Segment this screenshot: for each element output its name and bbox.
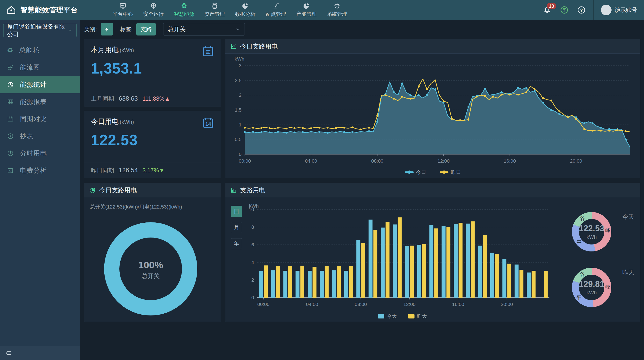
pie-clock-icon xyxy=(7,81,14,88)
tag-branch-button[interactable]: 支路 xyxy=(136,23,156,36)
sidebar: 厦门锐谷通信设备有限公司 ♻ 总能耗 能流图 能源统计 能源报表 同期对比 抄表 xyxy=(0,20,80,360)
day-usage-title: 今日用电 xyxy=(91,118,119,125)
line-card-header: 今日支路用电 xyxy=(225,39,640,54)
branch-share-donut-card: 今日支路用电 总开关(122.53)(kWh)/用电(122.53)(kWh) … xyxy=(84,183,221,322)
svg-text:04:00: 04:00 xyxy=(305,158,317,164)
period-year-button[interactable]: 年 xyxy=(231,238,242,249)
pie-icon xyxy=(242,2,249,9)
sidebar-item-total-energy[interactable]: ♻ 总能耗 xyxy=(0,42,80,59)
donut-subtitle: 总开关(122.53)(kWh)/用电(122.53)(kWh) xyxy=(84,197,221,210)
sidebar-item-energy-stats[interactable]: 能源统计 xyxy=(0,76,80,93)
nav-asset-management[interactable]: 资产管理 xyxy=(204,2,225,18)
pie-chart-icon xyxy=(90,187,96,193)
today-branch-line-chart[interactable]: kWh00.511.522.5300:0004:0008:0012:0016:0… xyxy=(225,54,640,177)
svg-text:2: 2 xyxy=(251,277,254,282)
svg-text:1: 1 xyxy=(239,122,242,127)
gear-icon xyxy=(334,2,340,9)
question-icon: ? xyxy=(577,6,586,14)
branch-bars-chart[interactable]: kWh024681000:0004:0008:0012:0016:0020:00… xyxy=(242,202,553,322)
period-month-button[interactable]: 月 xyxy=(231,222,242,233)
flow-icon xyxy=(7,64,14,71)
avatar xyxy=(601,5,612,15)
month-usage-unit: (kWh) xyxy=(120,47,134,53)
svg-text:16:00: 16:00 xyxy=(452,301,464,307)
bolt-icon xyxy=(104,26,110,32)
calendar-month-icon xyxy=(202,45,215,59)
month-usage-card: 本月用电 (kWh) 1,353.1 上月同期 638.63 111.88%▲ xyxy=(84,39,221,107)
nav-safe-operation[interactable]: 安全运行 xyxy=(143,2,164,18)
svg-text:kWh: kWh xyxy=(586,290,597,295)
nav-capacity-management[interactable]: 产能管理 xyxy=(296,2,317,18)
day-usage-footer: 昨日同期 126.54 3.17%▼ xyxy=(84,163,221,178)
sidebar-item-tou-power[interactable]: 分时用电 xyxy=(0,145,80,162)
calendar-icon xyxy=(7,116,14,123)
svg-text:谷: 谷 xyxy=(580,272,585,277)
filter-bar: 类别: 标签: 支路 总开关 xyxy=(84,23,640,36)
month-usage-title: 本月用电 xyxy=(91,46,119,54)
branch-bars-card: 支路用电 日 月 年 kWh024681000:0004:0008:0012:0… xyxy=(225,183,640,322)
svg-text:12:00: 12:00 xyxy=(438,158,450,164)
svg-text:20:00: 20:00 xyxy=(570,158,582,164)
svg-text:08:00: 08:00 xyxy=(371,158,384,164)
day-usage-percent: 3.17%▼ xyxy=(142,167,165,174)
svg-text:100%: 100% xyxy=(138,260,163,270)
recycle-icon: ♻ xyxy=(181,2,187,9)
sidebar-item-meter-reading[interactable]: 抄表 xyxy=(0,128,80,145)
category-electric-button[interactable] xyxy=(100,23,113,36)
svg-text:¥: ¥ xyxy=(9,169,11,172)
stat-column: 本月用电 (kWh) 1,353.1 上月同期 638.63 111.88%▲ xyxy=(84,39,221,178)
svg-text:122.53: 122.53 xyxy=(579,224,604,233)
svg-text:峰: 峰 xyxy=(605,228,610,233)
donut-card-header: 今日支路用电 xyxy=(84,183,221,197)
sidebar-footer xyxy=(0,346,80,360)
sidebar-item-bill-analysis[interactable]: ¥ 电费分析 xyxy=(0,162,80,179)
sidebar-item-energy-flow[interactable]: 能流图 xyxy=(0,59,80,76)
nav-data-analysis[interactable]: 数据分析 xyxy=(235,2,256,18)
status-button[interactable] xyxy=(559,5,569,15)
bar-chart-icon xyxy=(230,187,237,193)
sidebar-item-period-compare[interactable]: 同期对比 xyxy=(0,110,80,128)
svg-text:?: ? xyxy=(580,8,583,13)
svg-text:总开关: 总开关 xyxy=(142,272,160,279)
recycle-icon: ♻ xyxy=(7,47,13,54)
robot-arm-icon xyxy=(272,2,279,9)
svg-text:kWh: kWh xyxy=(234,56,244,62)
svg-text:129.81: 129.81 xyxy=(579,279,604,289)
coins-icon xyxy=(211,2,218,9)
line-card-title: 今日支路用电 xyxy=(240,42,278,51)
tou-donuts[interactable]: 峰平谷122.53kWh今天峰平谷129.81kWh昨天 xyxy=(553,202,636,318)
chevron-down-icon xyxy=(68,28,73,33)
svg-text:2: 2 xyxy=(239,92,242,98)
branch-share-donut-chart[interactable]: 100%总开关 xyxy=(84,210,221,322)
account-menu[interactable]: 演示账号 xyxy=(601,5,637,15)
svg-text:1.5: 1.5 xyxy=(235,107,242,113)
svg-text:0.5: 0.5 xyxy=(235,137,242,142)
nav-site-management[interactable]: 站点管理 xyxy=(266,2,286,18)
svg-text:3: 3 xyxy=(239,63,242,68)
day-usage-value: 122.53 xyxy=(91,132,214,149)
svg-text:00:00: 00:00 xyxy=(239,158,251,164)
nav-smart-energy[interactable]: ♻ 智慧能源 xyxy=(174,2,194,18)
svg-text:今天: 今天 xyxy=(622,213,634,220)
day-usage-card: 今日用电 (kWh) 122.53 14 昨日同期 126.54 3.17%▼ xyxy=(84,111,221,178)
notifications-button[interactable]: 13 xyxy=(542,5,552,15)
help-button[interactable]: ? xyxy=(576,5,586,15)
nav-system-management[interactable]: 系统管理 xyxy=(327,2,347,18)
category-label: 类别: xyxy=(84,26,97,33)
svg-text:谷: 谷 xyxy=(580,216,585,221)
pie-clock-icon xyxy=(7,150,14,157)
pie-icon xyxy=(303,2,310,9)
nav-platform-center[interactable]: 平台中心 xyxy=(113,2,133,18)
svg-text:峰: 峰 xyxy=(605,284,610,289)
svg-text:2.5: 2.5 xyxy=(235,78,242,83)
svg-text:14: 14 xyxy=(206,121,211,127)
down-triangle-icon: ▼ xyxy=(159,167,164,174)
main-content: 类别: 标签: 支路 总开关 本月用电 (kWh) xyxy=(80,20,644,360)
bars-card-header: 支路用电 xyxy=(225,183,640,197)
collapse-sidebar-icon[interactable] xyxy=(5,349,12,356)
sidebar-item-energy-report[interactable]: 能源报表 xyxy=(0,93,80,110)
period-day-button[interactable]: 日 xyxy=(231,206,242,217)
month-usage-percent: 111.88%▲ xyxy=(142,95,170,102)
switch-select[interactable]: 总开关 xyxy=(163,23,245,36)
company-select[interactable]: 厦门锐谷通信设备有限公司 xyxy=(3,24,77,37)
